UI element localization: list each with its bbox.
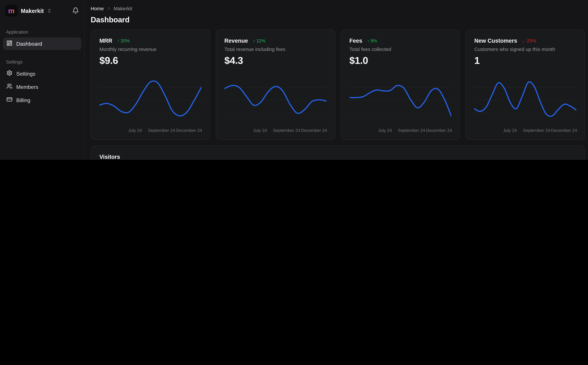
- arrow-up-icon: ↑: [367, 38, 369, 43]
- notifications-bell-icon[interactable]: [72, 7, 79, 14]
- x-tick: December 24: [551, 128, 577, 133]
- stat-value: $9.6: [99, 55, 201, 67]
- x-tick: December 24: [176, 128, 202, 133]
- trend-badge: ↑12%: [253, 38, 265, 43]
- sparkline-chart: July 24 September 24 December 24: [474, 74, 576, 134]
- stat-card-fees: Fees ↑9% Total fees collected $1.0 July …: [341, 29, 460, 140]
- sidebar-item-dashboard[interactable]: Dashboard: [3, 37, 81, 50]
- workspace-name: Makerkit: [21, 7, 44, 14]
- stat-subtitle: Total revenue including fees: [224, 47, 326, 52]
- sidebar-item-label: Settings: [16, 70, 35, 77]
- stat-title: MRR: [99, 37, 112, 44]
- arrow-up-icon: ↑: [117, 38, 120, 43]
- sparkline-chart: July 24 September 24 December 24: [224, 74, 326, 134]
- sidebar: m Makerkit Application Dashboard Setting…: [0, 0, 85, 160]
- nav-section-application: Application: [0, 26, 84, 37]
- x-tick: September 24: [523, 128, 550, 133]
- breadcrumb-current: Makerkit: [114, 6, 132, 11]
- x-axis-ticks: July 24 September 24 December 24: [99, 127, 201, 134]
- arrow-up-icon: ↑: [253, 38, 255, 43]
- stat-card-new-customers: New Customers ↓-25% Customers who signed…: [466, 29, 585, 140]
- stat-subtitle: Customers who signed up this month: [474, 47, 576, 52]
- stat-subtitle: Monthly recurring revenue: [99, 47, 201, 52]
- trend-badge: ↑20%: [117, 38, 130, 43]
- trend-delta: 20%: [121, 38, 130, 43]
- app-window: m Makerkit Application Dashboard Setting…: [0, 0, 588, 160]
- arrow-down-icon: ↓: [522, 38, 525, 43]
- chevrons-up-down-icon: [47, 8, 52, 13]
- page-title: Dashboard: [91, 14, 585, 25]
- x-tick: July 24: [378, 128, 392, 133]
- x-tick: July 24: [503, 128, 517, 133]
- breadcrumb: Home Makerkit: [91, 5, 585, 12]
- sidebar-item-label: Dashboard: [16, 41, 42, 47]
- stat-title: Revenue: [224, 37, 248, 44]
- trend-delta: 9%: [371, 38, 377, 43]
- stat-card-revenue: Revenue ↑12% Total revenue including fee…: [216, 29, 335, 140]
- stat-card-mrr: MRR ↑20% Monthly recurring revenue $9.6 …: [91, 29, 210, 140]
- x-tick: December 24: [426, 128, 452, 133]
- nav-section-settings: Settings: [0, 56, 84, 67]
- sidebar-item-settings[interactable]: Settings: [3, 67, 81, 80]
- x-axis-ticks: July 24 September 24 December 24: [224, 127, 326, 134]
- trend-delta: 12%: [256, 38, 265, 43]
- x-axis-ticks: July 24 September 24 December 24: [349, 127, 451, 134]
- gear-icon: [7, 70, 13, 77]
- logo-letter: m: [8, 7, 14, 14]
- sidebar-item-billing[interactable]: Billing: [3, 94, 81, 106]
- visitors-card: Visitors Showing total visitors for the …: [91, 146, 585, 160]
- stat-title: Fees: [349, 37, 362, 44]
- x-tick: December 24: [301, 128, 327, 133]
- sidebar-item-label: Members: [16, 84, 38, 90]
- stat-value: 1: [474, 55, 576, 67]
- main-content: Home Makerkit Dashboard MRR ↑20% Monthly…: [85, 0, 588, 160]
- workspace-selector[interactable]: m Makerkit: [0, 0, 84, 20]
- x-tick: September 24: [398, 128, 425, 133]
- chevron-right-icon: [106, 6, 111, 11]
- trend-delta: -25%: [526, 38, 536, 43]
- trend-badge: ↓-25%: [522, 38, 536, 43]
- credit-card-icon: [7, 97, 13, 104]
- stat-subtitle: Total fees collected: [349, 47, 451, 52]
- users-icon: [7, 83, 13, 90]
- trend-badge: ↑9%: [367, 38, 377, 43]
- x-tick: July 24: [253, 128, 267, 133]
- stat-title: New Customers: [474, 37, 517, 44]
- makerkit-logo: m: [5, 5, 17, 17]
- stat-cards-row: MRR ↑20% Monthly recurring revenue $9.6 …: [91, 29, 585, 140]
- x-tick: September 24: [148, 128, 175, 133]
- x-tick: July 24: [128, 128, 142, 133]
- stat-value: $4.3: [224, 55, 326, 67]
- dashboard-icon: [7, 40, 13, 47]
- x-tick: September 24: [273, 128, 300, 133]
- visitors-title: Visitors: [99, 154, 576, 160]
- sparkline-chart: July 24 September 24 December 24: [349, 74, 451, 134]
- stat-value: $1.0: [349, 55, 451, 67]
- breadcrumb-home-link[interactable]: Home: [91, 6, 104, 11]
- x-axis-ticks: July 24 September 24 December 24: [474, 127, 576, 134]
- sparkline-chart: July 24 September 24 December 24: [99, 74, 201, 134]
- sidebar-item-label: Billing: [16, 97, 30, 103]
- sidebar-item-members[interactable]: Members: [3, 81, 81, 93]
